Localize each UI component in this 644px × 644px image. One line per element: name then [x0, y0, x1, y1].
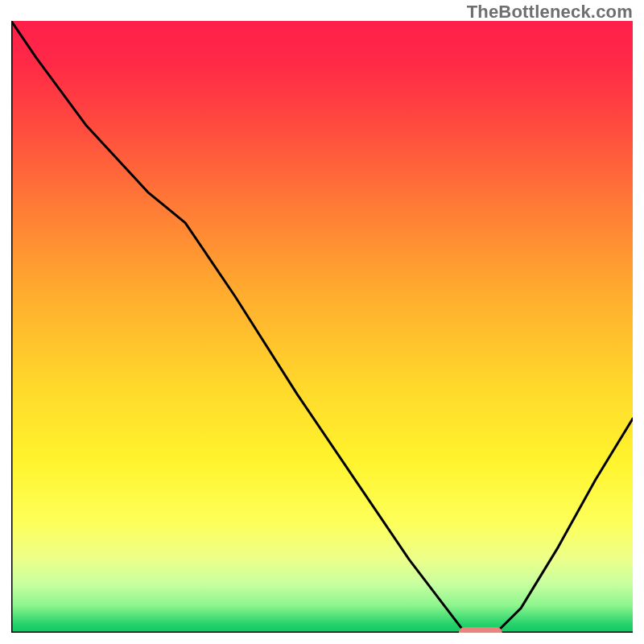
plot-area: [11, 21, 633, 633]
watermark-text: TheBottleneck.com: [467, 2, 633, 23]
chart-frame: TheBottleneck.com: [0, 0, 644, 644]
chart-svg: [11, 21, 633, 633]
chart-background: [11, 21, 633, 633]
optimal-range-marker: [459, 627, 502, 633]
